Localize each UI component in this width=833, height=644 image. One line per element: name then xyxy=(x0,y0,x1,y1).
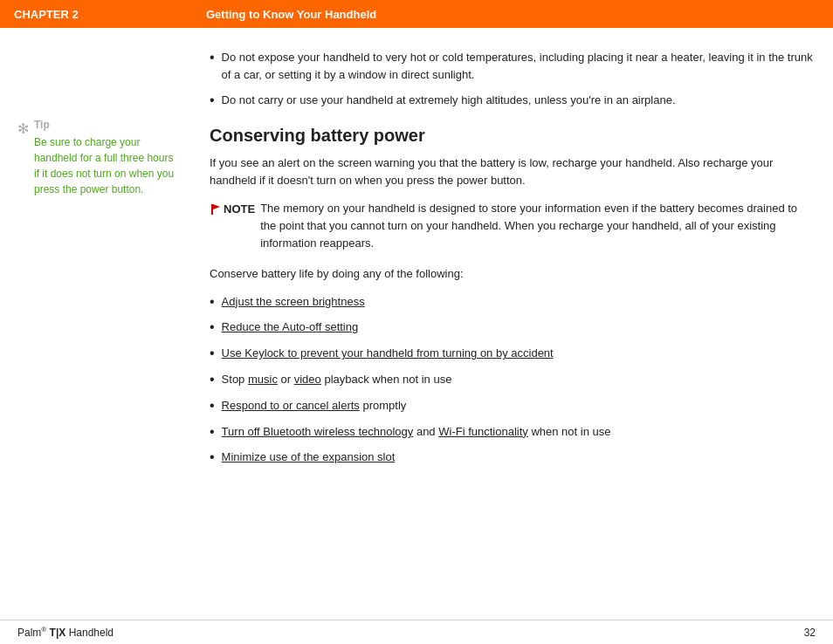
body-text-2: Conserve battery life by doing any of th… xyxy=(210,265,816,283)
link-wifi[interactable]: Wi-Fi functionality xyxy=(438,425,528,438)
chapter-title: Getting to Know Your Handheld xyxy=(206,8,376,21)
conserve-item-1: Adjust the screen brightness xyxy=(210,293,816,312)
conserve-item-2: Reduce the Auto-off setting xyxy=(210,319,816,337)
link-keylock[interactable]: Use Keylock to prevent your handheld fro… xyxy=(222,346,554,360)
page-footer: Palm® T|X Handheld 32 xyxy=(0,620,833,644)
conserve-item-5: Respond to or cancel alerts promptly xyxy=(210,397,816,415)
body-text-1: If you see an alert on the screen warnin… xyxy=(210,154,816,189)
link-expansion-slot[interactable]: Minimize use of the expansion slot xyxy=(222,450,396,463)
note-word: NOTE xyxy=(224,201,255,218)
footer-brand: Palm® T|X Handheld xyxy=(17,626,114,639)
content-area: ✻ Tip Be sure to charge your handheld fo… xyxy=(0,28,833,604)
page-number: 32 xyxy=(804,627,816,639)
sidebar: ✻ Tip Be sure to charge your handheld fo… xyxy=(17,49,201,586)
conserve-item-6: Turn off Bluetooth wireless technology a… xyxy=(210,423,816,442)
svg-marker-1 xyxy=(213,204,220,209)
tip-container: ✻ Tip Be sure to charge your handheld fo… xyxy=(17,119,180,197)
link-screen-brightness[interactable]: Adjust the screen brightness xyxy=(222,295,365,308)
note-icon: NOTE xyxy=(210,201,255,218)
note-text: The memory on your handheld is designed … xyxy=(260,200,816,252)
brand-suffix: Handheld xyxy=(69,627,114,639)
intro-bullet-2: Do not carry or use your handheld at ext… xyxy=(210,92,816,110)
link-bluetooth[interactable]: Turn off Bluetooth wireless technology xyxy=(222,425,414,438)
registered-symbol: ® xyxy=(41,626,46,634)
link-video[interactable]: video xyxy=(294,373,321,386)
conserve-item-4: Stop music or video playback when not in… xyxy=(210,371,816,389)
section-title: Conserving battery power xyxy=(210,126,816,146)
conserve-item-3: Use Keylock to prevent your handheld fro… xyxy=(210,345,816,363)
conserve-list: Adjust the screen brightness Reduce the … xyxy=(210,293,816,468)
link-alerts[interactable]: Respond to or cancel alerts xyxy=(222,399,360,412)
intro-bullet-1: Do not expose your handheld to very hot … xyxy=(210,49,816,83)
conserve-item-7: Minimize use of the expansion slot xyxy=(210,449,816,467)
brand-model: T|X xyxy=(50,627,69,639)
link-music[interactable]: music xyxy=(248,373,278,386)
note-box: NOTE The memory on your handheld is desi… xyxy=(210,200,816,252)
brand-name: Palm xyxy=(17,627,41,639)
tip-label: Tip xyxy=(34,119,180,131)
main-content: Do not expose your handheld to very hot … xyxy=(201,49,816,586)
svg-rect-0 xyxy=(211,204,213,215)
chapter-label: CHAPTER 2 xyxy=(14,8,206,21)
tip-star-icon: ✻ xyxy=(17,120,29,137)
intro-bullet-list: Do not expose your handheld to very hot … xyxy=(210,49,816,110)
tip-text: Be sure to charge your handheld for a fu… xyxy=(34,134,180,197)
link-auto-off[interactable]: Reduce the Auto-off setting xyxy=(222,320,359,333)
page-header: CHAPTER 2 Getting to Know Your Handheld xyxy=(0,0,833,28)
note-flag-icon xyxy=(210,203,222,216)
